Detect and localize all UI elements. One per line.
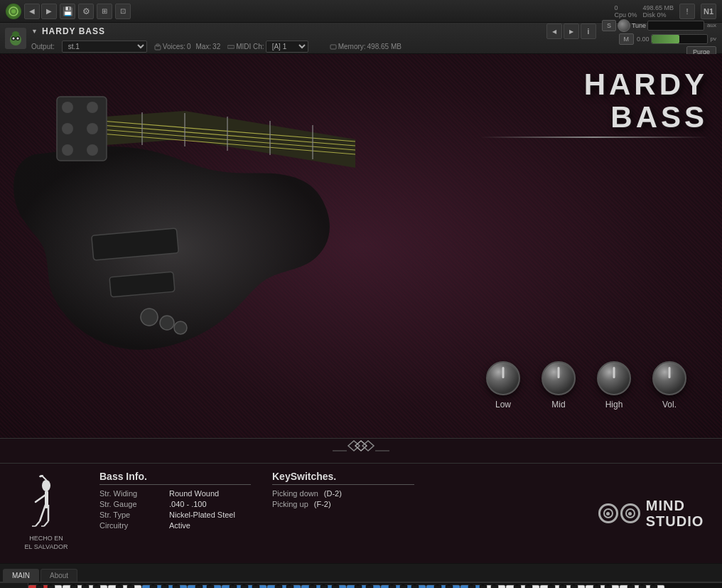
- midi-select[interactable]: [A] 1: [266, 41, 308, 53]
- svg-point-5: [13, 37, 15, 39]
- tab-about[interactable]: About: [41, 569, 77, 582]
- collapse-arrow[interactable]: ▼: [31, 28, 38, 35]
- m-button[interactable]: M: [619, 33, 635, 45]
- knob-high[interactable]: [597, 361, 631, 395]
- nav-prev-button[interactable]: ◀: [24, 4, 40, 19]
- svg-rect-124: [309, 585, 316, 588]
- svg-rect-127: [355, 585, 362, 588]
- svg-point-27: [174, 321, 187, 334]
- warning-button[interactable]: !: [679, 4, 695, 19]
- svg-rect-142: [593, 585, 600, 588]
- svg-rect-110: [82, 585, 89, 588]
- title-underline: [480, 137, 708, 138]
- svg-rect-135: [480, 585, 487, 588]
- instrument-header: ▼ HARDY BASS ◀ ▶ i Output: st.1 Voices: …: [0, 23, 722, 54]
- svg-line-13: [92, 120, 355, 141]
- instrument-icon: [3, 23, 28, 53]
- svg-rect-122: [275, 585, 282, 588]
- svg-rect-116: [173, 585, 180, 588]
- svg-point-26: [160, 316, 174, 330]
- prev-inst-button[interactable]: ◀: [546, 23, 562, 39]
- svg-rect-108: [48, 585, 55, 588]
- piano-left-controls: ▲ +0 ▼: [0, 583, 28, 588]
- svg-rect-140: [559, 585, 566, 588]
- svg-rect-126: [332, 585, 339, 588]
- top-bar-left: ◀ ▶ 💾 ⚙ ⊞ ⊡: [6, 4, 131, 19]
- svg-rect-28: [57, 97, 107, 161]
- heron-text: HECHO EN EL SALVADOR: [25, 535, 68, 551]
- nav-next-button[interactable]: ▶: [41, 4, 57, 19]
- info-key-1: Str. Gauge: [99, 500, 163, 508]
- owl-logo: [5, 28, 26, 49]
- knob-mid[interactable]: [542, 361, 576, 395]
- tab-main[interactable]: MAIN: [3, 569, 39, 582]
- volume-slider[interactable]: [651, 34, 708, 44]
- svg-rect-125: [320, 585, 328, 588]
- ks-row-0: Picking down (D-2): [272, 489, 414, 498]
- logo-button[interactable]: N1: [701, 4, 716, 19]
- svg-point-6: [17, 37, 19, 39]
- knob-group-high: High: [597, 361, 631, 410]
- tune-knob[interactable]: [618, 19, 630, 32]
- svg-point-30: [62, 123, 73, 134]
- svg-rect-129: [389, 585, 396, 588]
- knob-mid-label: Mid: [551, 400, 565, 410]
- svg-rect-132: [434, 585, 441, 588]
- hardy-bass-title: HARDY BASS: [480, 68, 708, 134]
- svg-rect-136: [491, 585, 498, 588]
- svg-rect-146: [650, 585, 657, 588]
- ms-icons: [598, 503, 640, 523]
- info-val-3: Active: [169, 521, 251, 530]
- svg-rect-107: [36, 585, 43, 588]
- svg-rect-113: [127, 585, 134, 588]
- tune-label: Tune: [632, 22, 646, 29]
- info-val-0: Round Wound: [169, 489, 251, 498]
- knob-high-label: High: [605, 400, 623, 410]
- svg-point-29: [62, 102, 73, 113]
- s-button[interactable]: S: [602, 20, 616, 31]
- output-select[interactable]: st.1: [62, 41, 147, 53]
- ms-logo-inner: MIND STUDIO: [598, 498, 704, 529]
- header-right: S Tune aux M 0.00 pv Purge: [602, 23, 719, 53]
- svg-line-16: [92, 133, 355, 154]
- ks-row-1: Picking up (F-2): [272, 500, 414, 508]
- ks-title: KeySwitches.: [272, 471, 414, 485]
- svg-rect-11: [330, 45, 336, 49]
- svg-rect-109: [70, 585, 77, 588]
- next-inst-button[interactable]: ▶: [564, 23, 579, 39]
- tune-slider[interactable]: [647, 21, 704, 31]
- bass-info-title: Bass Info.: [99, 471, 251, 485]
- svg-point-34: [87, 144, 98, 156]
- aux-label: aux: [707, 22, 716, 28]
- svg-rect-141: [571, 585, 578, 588]
- instrument-area: HARDY BASS Low Mid High Vol.: [0, 54, 722, 438]
- settings-button[interactable]: ⚙: [78, 4, 94, 19]
- spacer: [429, 471, 580, 556]
- svg-rect-123: [286, 585, 293, 588]
- svg-rect-143: [605, 585, 612, 588]
- knob-group-vol: Vol.: [652, 361, 686, 410]
- knob-vol[interactable]: [652, 361, 686, 395]
- svg-rect-138: [525, 585, 532, 588]
- save-button[interactable]: 💾: [60, 4, 75, 19]
- info-key-0: Str. Widing: [99, 489, 163, 498]
- ks-table: Picking down (D-2) Picking up (F-2): [272, 489, 414, 508]
- piano-section: ▲ +0 ▼: [0, 582, 722, 588]
- info-key-2: Str. Type: [99, 511, 163, 519]
- info-button[interactable]: i: [581, 23, 596, 39]
- svg-rect-114: [150, 585, 157, 588]
- svg-rect-22: [92, 228, 179, 260]
- resize-button[interactable]: ⊡: [115, 4, 131, 19]
- ks-action-0: Picking down: [272, 489, 318, 498]
- svg-rect-112: [116, 585, 123, 588]
- svg-line-47: [44, 521, 48, 526]
- memory-display: Memory: 498.65 MB: [330, 43, 402, 50]
- knob-group-low: Low: [486, 361, 520, 410]
- output-label: Output:: [31, 43, 55, 50]
- voices-label: Voices: 0 Max: 32: [154, 43, 220, 50]
- ks-key-1: (F-2): [314, 500, 331, 508]
- ks-action-1: Picking up: [272, 500, 308, 508]
- svg-rect-137: [514, 585, 521, 588]
- knob-low[interactable]: [486, 361, 520, 395]
- view-button[interactable]: ⊞: [97, 4, 112, 19]
